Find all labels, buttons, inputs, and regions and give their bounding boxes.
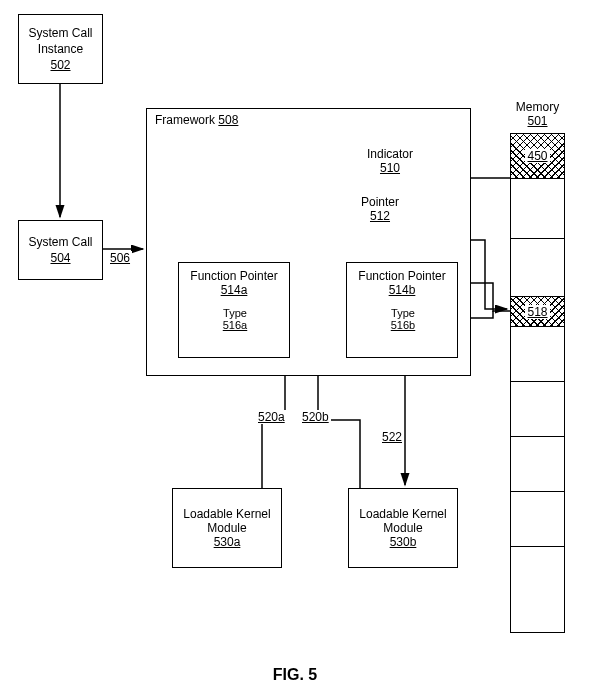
edge-522-label: 522 xyxy=(380,430,404,444)
fpa-type-label: Type xyxy=(223,307,247,319)
box-system-call: System Call 504 xyxy=(18,220,103,280)
indicator-title: Indicator xyxy=(367,147,413,161)
sci-num: 502 xyxy=(50,58,70,72)
mem-cell-empty-7 xyxy=(511,547,564,632)
mem-cell-empty-2 xyxy=(511,239,564,297)
para-pointer: Pointer 512 xyxy=(345,195,415,223)
sci-title: System Call Instance xyxy=(23,26,98,57)
fpb-type-num: 516b xyxy=(391,319,415,331)
mem-cell-empty-3 xyxy=(511,327,564,382)
sc-title: System Call xyxy=(28,235,92,251)
fpb-num: 514b xyxy=(389,283,416,297)
fpb-title: Function Pointer xyxy=(358,269,445,283)
box-system-call-instance: System Call Instance 502 xyxy=(18,14,103,84)
mem-cell-empty-5 xyxy=(511,437,564,492)
para-type-a: Type 516a xyxy=(212,307,258,331)
indicator-num: 510 xyxy=(380,161,400,175)
fpb-type-label: Type xyxy=(391,307,415,319)
figure-label: FIG. 5 xyxy=(0,666,590,684)
memory-stack: 450 518 xyxy=(510,133,565,633)
lkm-a-num: 530a xyxy=(214,535,241,549)
mem-cell-empty-4 xyxy=(511,382,564,437)
mem-cell-450: 450 xyxy=(511,134,564,179)
sc-num: 504 xyxy=(50,251,70,265)
memory-title: Memory xyxy=(510,100,565,114)
mem-450-label: 450 xyxy=(525,149,549,163)
lkm-b-title: Loadable Kernel Module xyxy=(353,507,453,535)
fpa-num: 514a xyxy=(221,283,248,297)
edge-520b-label: 520b xyxy=(300,410,331,424)
pointer-num: 512 xyxy=(370,209,390,223)
framework-title: Framework xyxy=(155,113,215,127)
mem-cell-518: 518 xyxy=(511,297,564,327)
para-indicator: Indicator 510 xyxy=(355,147,425,175)
framework-num: 508 xyxy=(218,113,238,127)
para-type-b: Type 516b xyxy=(380,307,426,331)
memory-num: 501 xyxy=(510,114,565,128)
mem-518-label: 518 xyxy=(525,305,549,319)
mem-cell-empty-6 xyxy=(511,492,564,547)
pointer-title: Pointer xyxy=(361,195,399,209)
lkm-b-num: 530b xyxy=(390,535,417,549)
lkm-a-title: Loadable Kernel Module xyxy=(177,507,277,535)
edge-506-label: 506 xyxy=(108,251,132,265)
edge-520a-label: 520a xyxy=(256,410,287,424)
box-lkm-a: Loadable Kernel Module 530a xyxy=(172,488,282,568)
memory-title-block: Memory 501 xyxy=(510,100,565,128)
fpa-title: Function Pointer xyxy=(190,269,277,283)
box-lkm-b: Loadable Kernel Module 530b xyxy=(348,488,458,568)
framework-label: Framework 508 xyxy=(155,113,238,127)
fpa-type-num: 516a xyxy=(223,319,247,331)
mem-cell-empty-1 xyxy=(511,179,564,239)
